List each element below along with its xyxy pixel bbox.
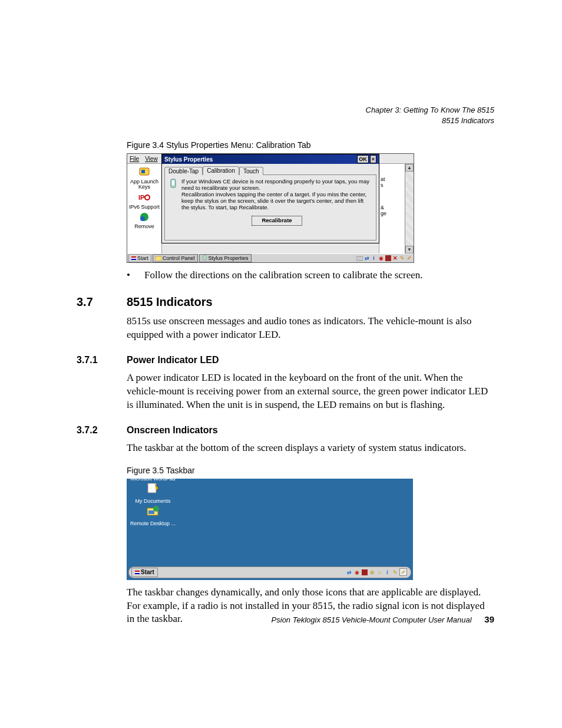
desktop-taskbar: Start ⇄ ◉ ⊕ ⌂ i ✎ ✐ (128, 566, 411, 578)
tray2-lock-icon[interactable]: ⌂ (376, 569, 383, 575)
pane-text-1: If your Windows CE device is not respond… (181, 179, 372, 192)
footer-text: Psion Teklogix 8515 Vehicle-Mount Comput… (272, 615, 472, 624)
section-3-7-2-heading: 3.7.2 Onscreen Indicators (77, 425, 494, 436)
tray2-status-icon[interactable] (361, 569, 368, 575)
figure-3-4-screenshot: File View App Launch Keys IP IPv6 Suppor… (127, 153, 494, 263)
stylus-small-icon (202, 255, 207, 262)
stylus-dialog: Stylus Properties OK × Double-Tap Calibr… (161, 154, 379, 243)
ok-button[interactable]: OK (357, 155, 369, 163)
app-launch-icon[interactable] (138, 166, 151, 178)
svg-rect-11 (385, 255, 391, 261)
close-button[interactable]: × (370, 155, 376, 163)
content: Figure 3.4 Stylus Properties Menu: Calib… (77, 140, 494, 626)
section-3-7-2-title: Onscreen Indicators (127, 425, 218, 436)
desktop-my-documents[interactable]: My Documents (135, 499, 171, 518)
section-3-7-title: 8515 Indicators (127, 295, 213, 309)
remote-label: Remote Desktop ... (130, 521, 176, 526)
section-3-7-1-heading: 3.7.1 Power Indicator LED (77, 355, 494, 365)
start-button[interactable]: Start (128, 254, 151, 262)
scroll-up-button[interactable]: ▲ (405, 164, 414, 172)
figure-3-5-screenshot: Microsoft WordPad My Documents Remote De… (127, 479, 413, 580)
section-3-7-number: 3.7 (77, 295, 127, 309)
page: Chapter 3: Getting To Know The 8515 8515… (0, 0, 562, 728)
section-3-7-1-title: Power Indicator LED (127, 355, 219, 365)
remove-label: Remove (134, 224, 154, 229)
svg-point-3 (145, 195, 150, 200)
tab-calibration[interactable]: Calibration (203, 166, 239, 175)
dialog-title: Stylus Properties (164, 156, 213, 163)
header-line-1: Chapter 3: Getting To Know The 8515 (366, 105, 495, 116)
page-footer: Psion Teklogix 8515 Vehicle-Mount Comput… (77, 614, 494, 624)
tray-close-icon[interactable]: ✕ (392, 255, 398, 262)
ipv6-icon[interactable]: IP (138, 192, 151, 203)
mydocs-label: My Documents (135, 499, 171, 504)
bullet-marker: • (127, 269, 144, 282)
stylus-icon (168, 179, 178, 236)
section-3-7-body: 8515s use onscreen messages and audio to… (127, 315, 494, 342)
section-3-7-1-body: A power indicator LED is located in the … (127, 371, 494, 412)
desktop-remote-desktop[interactable]: Remote Desktop ... (130, 521, 176, 526)
tray2-sip-icon[interactable]: ✎ (392, 569, 398, 575)
remove-icon[interactable] (138, 211, 151, 223)
scroll-down-button[interactable]: ▼ (405, 246, 414, 253)
taskbar-control-panel[interactable]: Control Panel (153, 254, 198, 262)
my-documents-icon (146, 504, 160, 517)
tray-pen-icon[interactable]: ✐ (406, 255, 412, 262)
bullet-text: Follow the directions on the calibration… (144, 269, 423, 282)
svg-rect-10 (356, 256, 363, 261)
scrollbar[interactable]: ▲ ▼ (405, 164, 414, 253)
tab-double-tap[interactable]: Double-Tap (164, 167, 203, 175)
section-3-7-1-number: 3.7.1 (77, 355, 127, 365)
tray-info-icon[interactable]: i (371, 255, 377, 262)
app-launch-label: App Launch Keys (127, 179, 161, 190)
tray2-alert-icon[interactable]: ◉ (353, 569, 360, 575)
svg-text:IP: IP (138, 194, 144, 201)
tray-keyboard-icon[interactable] (356, 255, 363, 262)
section-3-7-2-body-1: The taskbar at the bottom of the screen … (127, 442, 494, 455)
svg-rect-7 (172, 180, 174, 185)
svg-rect-16 (362, 569, 368, 575)
tray2-network-icon[interactable]: ⇄ (346, 569, 352, 575)
recalibrate-button[interactable]: Recalibrate (252, 216, 302, 226)
windows-logo-icon-2 (135, 571, 140, 574)
dialog-tabs: Double-Tap Calibration Touch (162, 164, 379, 174)
right-text-fragments: at s & ge (381, 177, 386, 217)
tray-sip-icon[interactable]: ✎ (399, 255, 405, 262)
titlebar-buttons: OK × (357, 155, 376, 163)
menu-file[interactable]: File (130, 156, 139, 162)
section-3-7-heading: 3.7 8515 Indicators (77, 295, 494, 309)
tab-touch[interactable]: Touch (239, 167, 263, 175)
calibration-pane: If your Windows CE device is not respond… (164, 174, 376, 241)
ipv6-label: IPv6 Support (129, 205, 160, 210)
dialog-titlebar: Stylus Properties OK × (162, 154, 379, 164)
svg-point-5 (140, 216, 145, 221)
left-icon-column: App Launch Keys IP IPv6 Support Remove (127, 164, 162, 253)
taskbar: Start Control Panel Stylus Properties (127, 253, 414, 262)
tray2-globe-icon[interactable]: ⊕ (369, 569, 375, 575)
window-body: App Launch Keys IP IPv6 Support Remove × (127, 164, 414, 253)
wordpad-label: Microsoft WordPad (130, 479, 175, 482)
tray2-info-icon[interactable]: i (384, 569, 391, 575)
page-number: 39 (484, 614, 494, 624)
bullet-item: • Follow the directions on the calibrati… (127, 269, 494, 282)
svg-rect-8 (156, 256, 161, 261)
section-3-7-2-number: 3.7.2 (77, 425, 127, 436)
running-header: Chapter 3: Getting To Know The 8515 8515… (366, 105, 495, 126)
menu-view[interactable]: View (145, 156, 158, 162)
svg-rect-9 (203, 255, 206, 260)
desktop-icons: Microsoft WordPad My Documents Remote De… (130, 479, 176, 527)
start-button-2[interactable]: Start (131, 568, 158, 577)
tray2-pen-icon[interactable]: ✐ (399, 568, 407, 576)
svg-rect-15 (148, 510, 154, 514)
stylus-properties-window: File View App Launch Keys IP IPv6 Suppor… (127, 153, 414, 263)
right-column: × ▲ ▼ at s & ge (379, 164, 414, 253)
tray-alert-icon[interactable]: ◉ (378, 255, 384, 262)
taskbar-stylus-properties[interactable]: Stylus Properties (199, 254, 252, 262)
tray-network-icon[interactable]: ⇄ (363, 255, 370, 262)
desktop-wordpad[interactable]: Microsoft WordPad (130, 479, 175, 495)
folder-icon (156, 255, 161, 262)
svg-rect-1 (141, 170, 145, 173)
tray-status-icon[interactable] (385, 255, 391, 262)
windows-logo-icon (131, 256, 136, 260)
system-tray: ⇄ i ◉ ✕ ✎ ✐ (356, 255, 412, 262)
